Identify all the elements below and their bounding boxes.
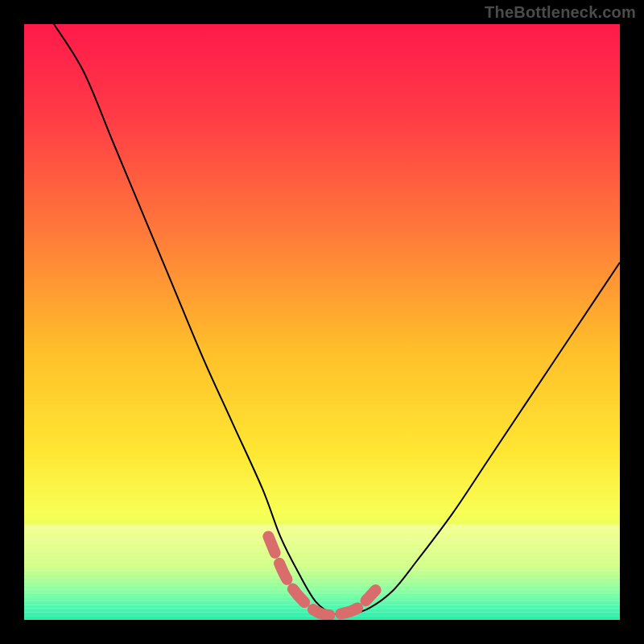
bottom-band bbox=[24, 525, 620, 620]
plot-area bbox=[24, 24, 620, 620]
watermark-text: TheBottleneck.com bbox=[485, 3, 636, 22]
svg-rect-0 bbox=[24, 525, 620, 620]
bottleneck-chart-svg bbox=[24, 24, 620, 620]
chart-frame: TheBottleneck.com bbox=[0, 0, 644, 644]
